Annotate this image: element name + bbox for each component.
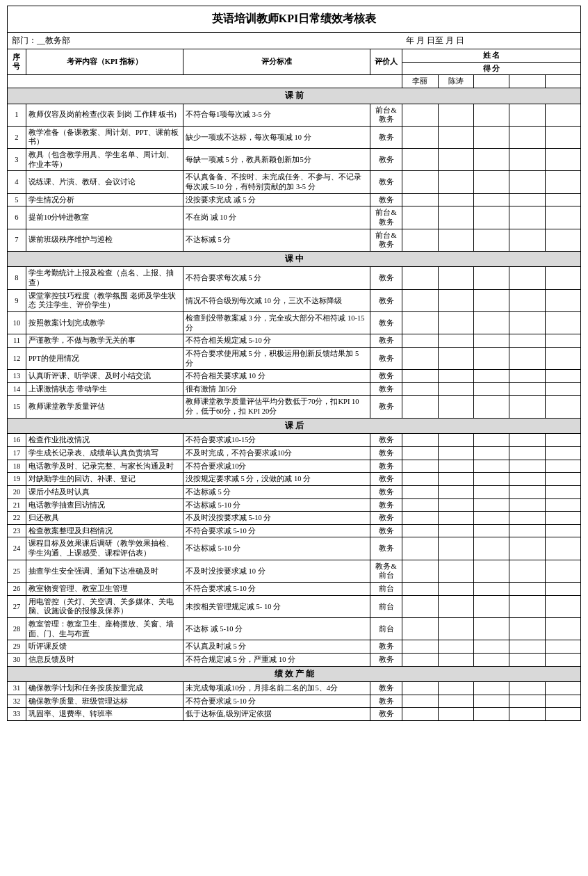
row-num: 2 <box>8 126 26 148</box>
row-evaluator: 教务&前台 <box>370 560 402 582</box>
score-cell-3 <box>509 370 545 383</box>
row-num: 18 <box>8 460 26 473</box>
score-cell-2 <box>473 498 509 512</box>
table-row: 11严谨教学，不做与教学无关的事不符合相关规定减 5-10 分教务 <box>8 334 581 348</box>
section-header-after-class: 课 后 <box>8 418 581 434</box>
score-cell-0 <box>402 289 438 311</box>
table-row: 6提前10分钟进教室不在岗 减 10 分前台&教务 <box>8 206 581 229</box>
section-header-performance: 绩 效 产 能 <box>8 666 581 682</box>
score-cell-4 <box>545 104 580 126</box>
score-cell-1 <box>438 537 473 560</box>
row-content: PPT的使用情况 <box>26 347 183 369</box>
score-cell-4 <box>545 267 580 289</box>
row-standard: 没按要求完成 减 5 分 <box>183 193 370 206</box>
score-cell-4 <box>545 708 580 721</box>
score-cell-2 <box>473 289 509 311</box>
score-cell-2 <box>473 617 509 640</box>
row-content: 认真听评课、听学课、及时小结交流 <box>26 370 183 383</box>
score-cell-0 <box>402 653 438 666</box>
score-cell-2 <box>473 382 509 396</box>
score-cell-3 <box>509 695 545 708</box>
score-cell-1 <box>438 229 473 251</box>
score-cell-0 <box>402 537 438 560</box>
table-row: 14上课激情状态 带动学生很有激情 加5分教务 <box>8 382 581 396</box>
score-cell-4 <box>545 524 580 537</box>
score-cell-0 <box>402 171 438 193</box>
row-content: 课后小结及时认真 <box>26 485 183 498</box>
table-row: 10按照教案计划完成教学检查到没带教案减 3 分，完全或大部分不相符减 10-1… <box>8 312 581 334</box>
row-content: 用电管控（关灯、关空调、关多媒体、关电脑、设施设备的报修及保养） <box>26 595 183 617</box>
table-row: 29听评课反馈不认真及时减 5 分教务 <box>8 640 581 654</box>
col-standard-header: 评分标准 <box>183 49 370 75</box>
score-cell-0 <box>402 396 438 418</box>
row-standard: 教师课堂教学质量评估平均分数低于70分，扣KPI 10分，低于60分，扣 KPI… <box>183 396 370 418</box>
table-row: 2教学准备（备课教案、周计划、PPT、课前板书）缺少一项或不达标，每次每项减 1… <box>8 126 581 148</box>
score-cell-2 <box>473 312 509 334</box>
score-cell-3 <box>509 485 545 498</box>
score-cell-4 <box>545 498 580 512</box>
score-cell-1 <box>438 682 473 695</box>
row-standard: 不及时没按要求减 5-10 分 <box>183 512 370 525</box>
row-num: 3 <box>8 149 26 171</box>
table-row: 13认真听评课、听学课、及时小结交流不符合相关要求减 10 分教务 <box>8 370 581 383</box>
row-content: 教学准备（备课教案、周计划、PPT、课前板书） <box>26 126 183 148</box>
row-num: 28 <box>8 617 26 640</box>
row-standard: 缺少一项或不达标，每次每项减 10 分 <box>183 126 370 148</box>
score-cell-4 <box>545 473 580 486</box>
row-evaluator: 教务 <box>370 682 402 695</box>
row-standard: 不认真及时减 5 分 <box>183 640 370 654</box>
score-cell-3 <box>509 149 545 171</box>
table-row: 23检查教案整理及归档情况不符合要求减 5-10 分教务 <box>8 524 581 537</box>
score-cell-1 <box>438 267 473 289</box>
row-content: 教师仪容及岗前检查(仪表 到岗 工作牌 板书) <box>26 104 183 126</box>
row-num: 16 <box>8 434 26 447</box>
row-content: 学生情况分析 <box>26 193 183 206</box>
score-cell-1 <box>438 206 473 229</box>
row-num: 1 <box>8 104 26 126</box>
row-content: 教室管理：教室卫生、座椅摆放、关窗、墙面、门、生与布置 <box>26 617 183 640</box>
score-cell-4 <box>545 560 580 582</box>
table-row: 7课前班级秩序维护与巡检不达标减 5 分前台&教务 <box>8 229 581 251</box>
score-cell-4 <box>545 289 580 311</box>
score-cell-0 <box>402 485 438 498</box>
date-label: 年 月 日至 月 日 <box>294 35 576 47</box>
row-evaluator: 教务 <box>370 537 402 560</box>
row-num: 7 <box>8 229 26 251</box>
table-row: 21电话教学抽查回访情况不达标减 5-10 分教务 <box>8 498 581 512</box>
score-cell-4 <box>545 640 580 654</box>
score-cell-0 <box>402 560 438 582</box>
score-cell-0 <box>402 382 438 396</box>
score-cell-2 <box>473 434 509 447</box>
row-content: 说练课、片演、教研、会议讨论 <box>26 171 183 193</box>
table-row: 12PPT的使用情况不符合要求使用减 5 分，积极运用创新反馈结果加 5 分教务 <box>8 347 581 369</box>
row-num: 24 <box>8 537 26 560</box>
table-row: 28教室管理：教室卫生、座椅摆放、关窗、墙面、门、生与布置不达标 减 5-10 … <box>8 617 581 640</box>
row-evaluator: 教务 <box>370 447 402 460</box>
row-evaluator: 前台&教务 <box>370 104 402 126</box>
row-num: 23 <box>8 524 26 537</box>
score-cell-1 <box>438 447 473 460</box>
score-cell-2 <box>473 460 509 473</box>
row-standard: 不符合要求减 5-10 分 <box>183 695 370 708</box>
score-cell-0 <box>402 473 438 486</box>
row-standard: 每缺一项减 5 分，教具新颖创新加5分 <box>183 149 370 171</box>
row-evaluator: 教务 <box>370 334 402 348</box>
row-evaluator: 教务 <box>370 171 402 193</box>
row-content: 学生考勤统计上报及检查（点名、上报、抽查） <box>26 267 183 289</box>
row-standard: 不及时没按要求减 10 分 <box>183 560 370 582</box>
row-num: 22 <box>8 512 26 525</box>
score-cell-4 <box>545 206 580 229</box>
score-cell-1 <box>438 289 473 311</box>
row-evaluator: 前台 <box>370 583 402 596</box>
row-evaluator: 教务 <box>370 193 402 206</box>
row-evaluator: 前台&教务 <box>370 206 402 229</box>
table-row: 16检查作业批改情况不符合要求减10-15分教务 <box>8 434 581 447</box>
score-cell-0 <box>402 434 438 447</box>
score-cell-3 <box>509 524 545 537</box>
score-cell-0 <box>402 498 438 512</box>
score-cell-2 <box>473 149 509 171</box>
row-evaluator: 教务 <box>370 708 402 721</box>
score-cell-2 <box>473 560 509 582</box>
score-cell-0 <box>402 193 438 206</box>
score-cell-2 <box>473 473 509 486</box>
